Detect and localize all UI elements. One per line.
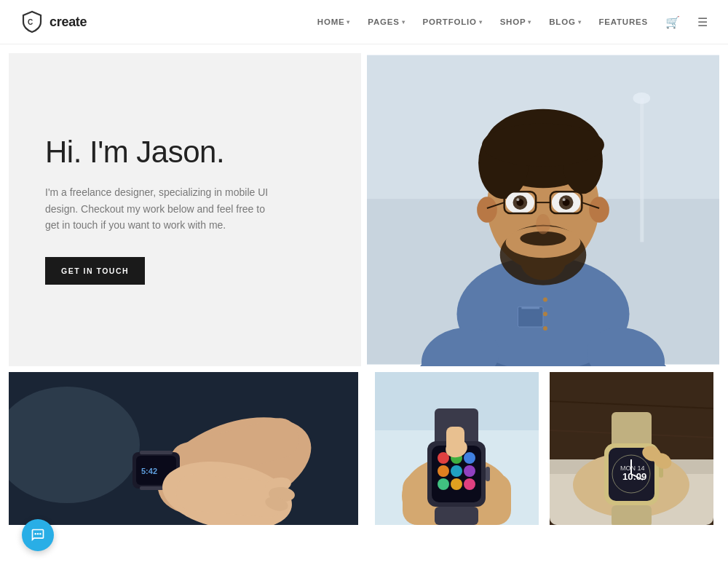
svg-rect-69 — [486, 467, 490, 481]
hero-heading: Hi. I'm Jason. — [45, 135, 325, 170]
svg-point-30 — [563, 198, 566, 201]
logo-shield-icon: C — [20, 10, 44, 33]
nav-features[interactable]: FEATURES — [598, 17, 648, 26]
chevron-down-icon: ▾ — [528, 19, 531, 25]
menu-icon[interactable]: ☰ — [697, 15, 708, 29]
svg-point-64 — [451, 465, 462, 477]
svg-rect-46 — [140, 451, 173, 454]
portfolio-item-3[interactable]: MON 14 10:09 — [550, 372, 719, 525]
site-header: C create HOME ▾ PAGES ▾ PORTFOLIO ▾ SHOP… — [0, 0, 728, 44]
svg-text:C: C — [28, 18, 33, 26]
hero-text-block: Hi. I'm Jason. I'm a freelance designer,… — [9, 53, 361, 366]
svg-point-94 — [37, 533, 39, 535]
svg-rect-3 — [640, 98, 644, 242]
svg-point-62 — [464, 452, 475, 464]
svg-point-67 — [451, 478, 462, 490]
smartwatch-1-image — [375, 372, 539, 525]
svg-point-66 — [438, 478, 449, 490]
nav-shop[interactable]: SHOP ▾ — [500, 17, 532, 26]
main-content: Hi. I'm Jason. I'm a freelance designer,… — [0, 44, 728, 534]
svg-point-63 — [438, 465, 449, 477]
svg-point-9 — [543, 298, 547, 302]
svg-point-4 — [633, 92, 650, 104]
nav-home[interactable]: HOME ▾ — [317, 17, 351, 26]
hero-description: I'm a freelance designer, specializing i… — [45, 184, 278, 233]
nav-blog[interactable]: BLOG ▾ — [549, 17, 581, 26]
chevron-down-icon: ▾ — [578, 19, 582, 25]
logo-text: create — [50, 15, 87, 30]
cart-icon[interactable]: 🛒 — [665, 15, 680, 29]
portrait-image — [367, 53, 719, 366]
svg-text:5:42: 5:42 — [141, 467, 157, 475]
portfolio-item-2[interactable] — [375, 372, 545, 525]
svg-rect-7 — [518, 307, 543, 327]
svg-rect-72 — [446, 427, 464, 452]
chevron-down-icon: ▾ — [479, 19, 483, 25]
svg-rect-70 — [435, 507, 478, 525]
svg-point-93 — [34, 533, 36, 535]
svg-rect-8 — [521, 307, 539, 309]
watch-hands-image: 5:42 — [9, 372, 358, 525]
svg-text:10:09: 10:09 — [622, 471, 646, 482]
svg-rect-90 — [612, 505, 652, 525]
chevron-down-icon: ▾ — [402, 19, 405, 25]
logo[interactable]: C create — [20, 10, 87, 33]
portfolio-item-1[interactable]: 5:42 — [9, 372, 369, 525]
svg-point-95 — [39, 533, 41, 535]
svg-point-11 — [543, 326, 547, 331]
nav-portfolio[interactable]: PORTFOLIO ▾ — [423, 17, 483, 26]
hero-portrait — [367, 53, 719, 366]
svg-point-36 — [536, 214, 550, 234]
nav-pages[interactable]: PAGES ▾ — [368, 17, 405, 26]
svg-point-19 — [589, 197, 609, 223]
svg-point-26 — [516, 198, 519, 201]
main-nav: HOME ▾ PAGES ▾ PORTFOLIO ▾ SHOP ▾ BLOG ▾… — [317, 15, 708, 29]
svg-point-17 — [482, 123, 604, 166]
svg-point-10 — [543, 312, 547, 316]
svg-point-65 — [464, 465, 475, 477]
portfolio-grid: 5:42 — [9, 372, 719, 525]
svg-point-18 — [477, 197, 497, 223]
chat-icon — [31, 528, 45, 542]
get-in-touch-button[interactable]: GET IN TOUCH — [45, 257, 145, 285]
svg-point-68 — [464, 478, 475, 490]
portrait-svg — [367, 53, 719, 366]
chat-button[interactable] — [22, 519, 54, 551]
chevron-down-icon: ▾ — [347, 19, 350, 25]
smartwatch-2-image: MON 14 10:09 — [550, 372, 713, 525]
